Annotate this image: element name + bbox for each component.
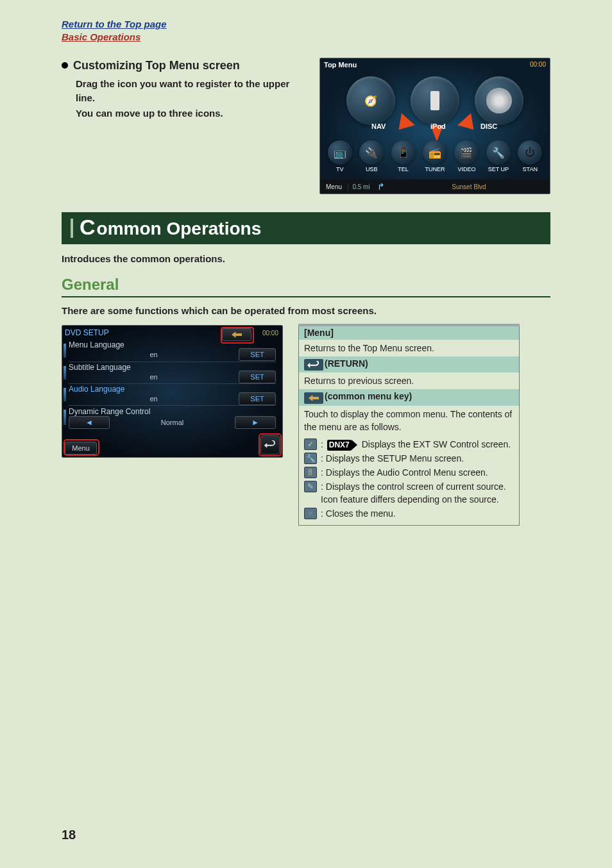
item-tuner: 📻TUNER bbox=[419, 140, 450, 172]
dnx7-badge: DNX7 bbox=[327, 440, 352, 451]
return-label: (RETURN) bbox=[325, 358, 368, 369]
setup-icon: 🔧 bbox=[304, 453, 317, 464]
nav-icon: 🧭 bbox=[346, 76, 395, 125]
customize-line1: Drag the icon you want to register to th… bbox=[76, 77, 305, 105]
customize-body: Drag the icon you want to register to th… bbox=[76, 77, 305, 121]
link-basic-operations[interactable]: Basic Operations bbox=[62, 31, 140, 44]
row-bar bbox=[64, 410, 66, 425]
label-nav: NAV bbox=[371, 122, 386, 130]
item-usb: 🔌USB bbox=[355, 140, 387, 172]
set-button-3: SET bbox=[239, 392, 276, 405]
dvd-setup-screenshot: DVD SETUP 00:00 Menu Language en SET bbox=[62, 325, 283, 458]
item-video: 🎬VIDEO bbox=[451, 140, 482, 172]
row-subtitle-language: Subtitle Language en SET bbox=[69, 362, 276, 383]
general-panels: DVD SETUP 00:00 Menu Language en SET bbox=[62, 325, 550, 526]
subsection-general: General bbox=[62, 276, 550, 297]
audio-icon: 🎚 bbox=[304, 467, 317, 478]
value-dynamic-range: Normal bbox=[114, 419, 231, 426]
panel-top-border bbox=[298, 324, 520, 326]
callout-return bbox=[259, 433, 282, 456]
customize-section: Customizing Top Menu screen Drag the ico… bbox=[62, 58, 550, 194]
common-key-body: Touch to display the common menu. The co… bbox=[299, 406, 519, 435]
item-source-text: : Displays the control screen of current… bbox=[321, 480, 514, 506]
item-ext-sw-text: : DNX7 Displays the EXT SW Control scree… bbox=[321, 438, 511, 451]
item-standby: ⏻STAN bbox=[514, 140, 546, 172]
item-setup-text: : Displays the SETUP Menu screen. bbox=[321, 452, 464, 465]
nav-menu-button: Menu bbox=[320, 183, 348, 190]
set-button-1: SET bbox=[239, 348, 276, 361]
label-dynamic-range: Dynamic Range Control bbox=[69, 407, 276, 416]
breadcrumbs: Return to the Top page Basic Operations bbox=[62, 18, 550, 44]
customize-line2: You can move up to three icons. bbox=[76, 106, 305, 121]
item-ext-sw: ✓ : DNX7 Displays the EXT SW Control scr… bbox=[304, 438, 514, 451]
row-bar bbox=[64, 366, 66, 380]
bullet-icon bbox=[62, 62, 68, 69]
callout-menu bbox=[64, 439, 99, 456]
item-audio-text: : Displays the Audio Control Menu screen… bbox=[321, 466, 488, 479]
h1-big-letter: C bbox=[80, 216, 96, 238]
common-key-label: (common menu key) bbox=[325, 391, 412, 401]
turn-icon: ↱ bbox=[374, 181, 388, 192]
return-body: Returns to previous screen. bbox=[299, 372, 519, 389]
dvd-list: Menu Language en SET Subtitle Language e… bbox=[69, 340, 276, 429]
source-icon: ✎ bbox=[304, 481, 317, 492]
disc-icon bbox=[475, 76, 523, 125]
item-audio: 🎚 : Displays the Audio Control Menu scre… bbox=[304, 466, 514, 479]
close-icon: ✕ bbox=[304, 508, 317, 519]
link-return-top[interactable]: Return to the Top page bbox=[62, 18, 167, 31]
value-menu-language: en bbox=[69, 351, 239, 358]
item-setup: 🔧 : Displays the SETUP Menu screen. bbox=[304, 452, 514, 465]
top-menu-title: Top Menu bbox=[324, 61, 357, 69]
row-dynamic-range: Dynamic Range Control ◄ Normal ► bbox=[69, 405, 276, 429]
label-disc: DISC bbox=[480, 122, 497, 130]
top-menu-clock: 00:00 bbox=[530, 61, 546, 68]
general-description: There are some functions which can be op… bbox=[62, 305, 550, 316]
description-panel: [Menu] Returns to the Top Menu screen. (… bbox=[298, 325, 520, 526]
set-button-2: SET bbox=[239, 371, 276, 383]
item-source: ✎ : Displays the control screen of curre… bbox=[304, 480, 514, 506]
row-menu-language: Menu Language en SET bbox=[69, 340, 276, 362]
customize-heading: Customizing Top Menu screen bbox=[62, 58, 305, 73]
row-bar bbox=[64, 344, 66, 358]
label-ipod: iPod bbox=[430, 122, 446, 130]
nav-distance: 0.5 mi bbox=[348, 183, 374, 190]
dvd-clock: 00:00 bbox=[262, 330, 278, 337]
common-key-header: (common menu key) bbox=[299, 389, 519, 406]
item-tv: 📺TV bbox=[324, 140, 355, 172]
section-title-common-operations: Common Operations bbox=[62, 212, 550, 244]
ext-sw-icon: ✓ bbox=[304, 438, 317, 450]
range-prev-button: ◄ bbox=[69, 416, 110, 429]
intro-text: Introduces the common operations. bbox=[62, 253, 550, 264]
customize-heading-text: Customizing Top Menu screen bbox=[73, 59, 240, 72]
item-tel: 📱TEL bbox=[387, 140, 419, 172]
menu-header: [Menu] bbox=[299, 326, 519, 340]
ipod-icon bbox=[411, 76, 459, 125]
nav-bar: Menu 0.5 mi ↱ Sunset Blvd bbox=[320, 179, 550, 194]
item-setup: 🔧SET UP bbox=[482, 140, 514, 172]
top-menu-small-row: 📺TV 🔌USB 📱TEL 📻TUNER 🎬VIDEO 🔧SET UP ⏻STA… bbox=[320, 140, 550, 172]
item-close-text: : Closes the menu. bbox=[321, 507, 396, 520]
row-audio-language: Audio Language en SET bbox=[69, 383, 276, 405]
h1-rest: ommon Operations bbox=[97, 219, 262, 239]
nav-street: Sunset Blvd bbox=[388, 183, 550, 190]
top-menu-big-row: 🧭 bbox=[320, 76, 550, 125]
common-menu-key-icon bbox=[304, 392, 323, 404]
return-header: (RETURN) bbox=[299, 356, 519, 372]
row-bar bbox=[64, 388, 66, 401]
value-subtitle-language: en bbox=[69, 373, 239, 381]
common-menu-list: ✓ : DNX7 Displays the EXT SW Control scr… bbox=[299, 435, 519, 525]
range-next-button: ► bbox=[235, 416, 276, 429]
menu-body: Returns to the Top Menu screen. bbox=[299, 340, 519, 356]
item-close: ✕ : Closes the menu. bbox=[304, 507, 514, 520]
value-audio-language: en bbox=[69, 395, 239, 403]
top-menu-screenshot: Top Menu 00:00 🧭 NAV iPod DISC 📺TV 🔌USB … bbox=[319, 58, 550, 194]
page-number: 18 bbox=[62, 828, 76, 842]
return-icon bbox=[304, 359, 323, 371]
